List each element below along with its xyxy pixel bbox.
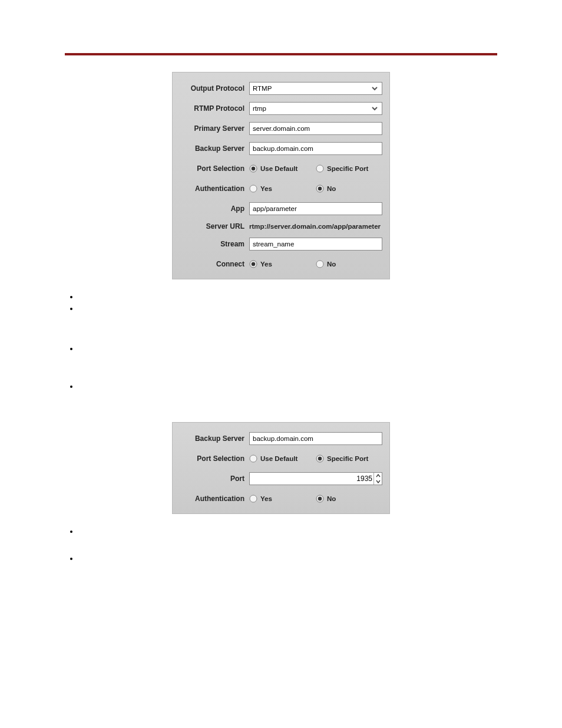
label-port: Port (180, 475, 249, 483)
radio-connect-yes[interactable]: Yes (249, 260, 316, 268)
radio-icon-selected (249, 260, 257, 268)
radio-specific-port[interactable]: Specific Port (316, 164, 382, 173)
label-server-url: Server URL (180, 222, 249, 230)
radio-use-default[interactable]: Use Default (249, 164, 316, 173)
chevron-down-icon (371, 105, 379, 112)
svg-point-1 (252, 167, 255, 170)
spinner-buttons (373, 473, 382, 485)
row-stream: Stream (180, 234, 382, 254)
row-output-protocol: Output Protocol RTMP (180, 78, 382, 98)
config-panel-secondary: Backup Server Port Selection Use Default (172, 422, 390, 514)
input-stream-field[interactable] (253, 241, 379, 248)
config-panel-main: Output Protocol RTMP RTMP Protocol rtmp (172, 72, 390, 279)
label-authentication: Authentication (180, 185, 249, 193)
select-value: rtmp (253, 105, 266, 112)
radio-label: No (327, 185, 336, 192)
spinner-down[interactable] (374, 479, 382, 485)
input-port[interactable]: 1935 (249, 472, 382, 485)
label-output-protocol: Output Protocol (180, 84, 249, 93)
radio-label: No (327, 495, 336, 502)
radio-label: Yes (260, 261, 272, 268)
svg-point-3 (250, 185, 257, 192)
document-page: Output Protocol RTMP RTMP Protocol rtmp (0, 0, 562, 617)
select-value: RTMP (253, 85, 272, 92)
input-app[interactable] (249, 202, 382, 215)
bullet-item (79, 527, 497, 538)
row-primary-server: Primary Server (180, 118, 382, 139)
radio-icon-unselected (316, 164, 324, 173)
bullet-item (79, 292, 497, 303)
chevron-down-icon (371, 85, 379, 92)
select-rtmp-protocol[interactable]: rtmp (249, 102, 382, 115)
label-connect: Connect (180, 260, 249, 268)
bullet-list-2 (79, 527, 497, 565)
svg-point-9 (250, 455, 257, 462)
input-backup-server-2-field[interactable] (253, 435, 379, 442)
bullet-list-1 (79, 292, 497, 393)
radio-label: Use Default (260, 455, 297, 462)
row-app: App (180, 199, 382, 219)
radio-icon-unselected (249, 454, 257, 463)
radio-icon-unselected (316, 260, 324, 268)
label-app: App (180, 205, 249, 213)
radio-icon-unselected (249, 495, 257, 503)
radio-icon-selected (249, 164, 257, 173)
label-backup-server: Backup Server (180, 144, 249, 153)
radio-auth-no-2[interactable]: No (316, 495, 382, 503)
label-stream: Stream (180, 240, 249, 248)
bullet-item (79, 554, 497, 565)
label-port-selection-2: Port Selection (180, 454, 249, 463)
input-backup-server-field[interactable] (253, 145, 379, 152)
radio-label: Yes (260, 495, 272, 502)
bullet-item (79, 304, 497, 315)
radio-auth-no[interactable]: No (316, 185, 382, 193)
radio-label: Yes (260, 185, 272, 192)
row-port-selection-2: Port Selection Use Default Specific Port (180, 449, 382, 469)
row-port: Port 1935 (180, 469, 382, 489)
radio-icon-selected (316, 495, 324, 503)
radio-icon-selected (316, 454, 324, 463)
input-stream[interactable] (249, 238, 382, 251)
row-connect: Connect Yes No (180, 254, 382, 274)
svg-point-2 (316, 165, 323, 172)
radio-auth-yes[interactable]: Yes (249, 185, 316, 193)
svg-point-12 (250, 495, 257, 502)
radio-specific-port-2[interactable]: Specific Port (316, 454, 382, 463)
svg-point-14 (318, 497, 322, 500)
input-primary-server[interactable] (249, 122, 382, 135)
bullet-item (79, 344, 497, 355)
radio-label: Specific Port (327, 165, 368, 172)
row-backup-server: Backup Server (180, 139, 382, 159)
top-border (65, 53, 497, 55)
radio-label: No (327, 261, 336, 268)
select-output-protocol[interactable]: RTMP (249, 82, 382, 95)
row-port-selection: Port Selection Use Default Specific Port (180, 159, 382, 179)
radio-icon-unselected (249, 185, 257, 193)
label-authentication-2: Authentication (180, 495, 249, 503)
svg-point-8 (316, 261, 323, 268)
spinner-up[interactable] (374, 473, 382, 479)
row-rtmp-protocol: RTMP Protocol rtmp (180, 98, 382, 118)
svg-point-7 (252, 262, 255, 266)
label-backup-server-2: Backup Server (180, 434, 249, 443)
port-value: 1935 (356, 475, 373, 483)
radio-icon-selected (316, 185, 324, 193)
row-authentication-2: Authentication Yes No (180, 489, 382, 509)
bullet-item (79, 382, 497, 393)
value-server-url: rtmp://server.domain.com/app/parameter (249, 223, 381, 230)
input-app-field[interactable] (253, 205, 379, 212)
label-port-selection: Port Selection (180, 164, 249, 173)
svg-point-11 (318, 457, 322, 460)
row-backup-server-2: Backup Server (180, 429, 382, 449)
input-primary-server-field[interactable] (253, 125, 379, 132)
label-primary-server: Primary Server (180, 124, 249, 133)
radio-connect-no[interactable]: No (316, 260, 382, 268)
input-backup-server-2[interactable] (249, 432, 382, 445)
svg-point-5 (318, 187, 322, 190)
radio-use-default-2[interactable]: Use Default (249, 454, 316, 463)
radio-label: Specific Port (327, 455, 368, 462)
radio-auth-yes-2[interactable]: Yes (249, 495, 316, 503)
label-rtmp-protocol: RTMP Protocol (180, 104, 249, 113)
input-backup-server[interactable] (249, 142, 382, 155)
row-authentication: Authentication Yes No (180, 179, 382, 199)
